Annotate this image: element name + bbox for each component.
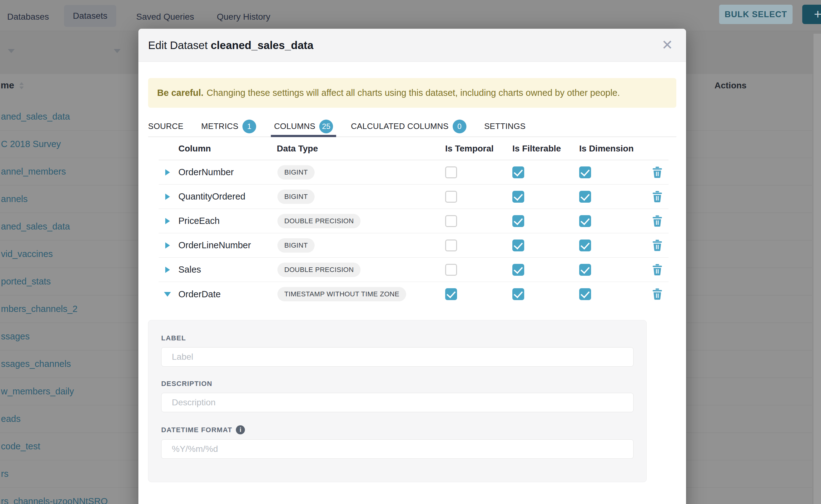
plus-icon: + xyxy=(814,7,821,22)
column-name: PriceEach xyxy=(175,216,274,226)
warning-text: Changing these settings will affect all … xyxy=(206,88,620,98)
add-dataset-button[interactable]: + xyxy=(802,5,821,24)
delete-icon[interactable] xyxy=(652,288,663,300)
table-row: OrderDate TIMESTAMP WITHOUT TIME ZONE xyxy=(159,282,669,306)
tab-metrics[interactable]: METRICS1 xyxy=(201,116,256,136)
tab-calculated-columns[interactable]: CALCULATED COLUMNS0 xyxy=(351,116,467,136)
dataset-link[interactable]: vid_vaccines xyxy=(0,249,53,259)
column-header: Column xyxy=(175,144,274,154)
is-dimension-checkbox[interactable] xyxy=(579,288,591,300)
expand-caret-icon[interactable] xyxy=(165,242,170,249)
name-column-header[interactable]: me xyxy=(1,80,14,91)
tab-settings[interactable]: SETTINGS xyxy=(484,116,526,136)
is-filterable-checkbox[interactable] xyxy=(512,264,524,276)
data-type-pill: BIGINT xyxy=(277,165,314,180)
tab-columns[interactable]: COLUMNS25 xyxy=(274,116,333,136)
columns-table: Column Data Type Is Temporal Is Filterab… xyxy=(159,137,669,306)
edit-dataset-modal: Edit Dataset cleaned_sales_data ✕ Be car… xyxy=(138,29,686,504)
is-dimension-checkbox[interactable] xyxy=(579,240,591,251)
data-type-pill: BIGINT xyxy=(277,238,314,253)
is-filterable-checkbox[interactable] xyxy=(512,166,524,178)
sort-icon[interactable] xyxy=(19,82,24,89)
modal-tabs: SOURCE METRICS1 COLUMNS25 CALCULATED COL… xyxy=(148,116,676,137)
dataset-link[interactable]: ssages_channels xyxy=(0,359,71,369)
is-temporal-checkbox[interactable] xyxy=(445,191,457,203)
nav-tab-saved-queries[interactable]: Saved Queries xyxy=(136,12,194,22)
data-type-pill: BIGINT xyxy=(277,190,314,204)
dataset-link[interactable]: C 2018 Survey xyxy=(0,139,61,149)
is-dimension-checkbox[interactable] xyxy=(579,215,591,227)
dataset-link[interactable]: annels xyxy=(0,194,27,204)
warning-banner: Be careful. Changing these settings will… xyxy=(148,78,676,108)
tab-source[interactable]: SOURCE xyxy=(148,116,183,136)
data-type-pill: DOUBLE PRECISION xyxy=(277,263,360,277)
is-dimension-checkbox[interactable] xyxy=(579,191,591,203)
column-name: QuantityOrdered xyxy=(175,191,274,202)
modal-title: Edit Dataset cleaned_sales_data xyxy=(148,39,313,52)
dataset-link[interactable]: code_test xyxy=(0,441,40,452)
datetime-format-field-group: DATETIME FORMAT i xyxy=(161,425,634,459)
dataset-link[interactable]: ssages xyxy=(0,331,30,342)
is-dimension-checkbox[interactable] xyxy=(579,264,591,276)
collapse-caret-icon[interactable] xyxy=(164,292,171,297)
is-dimension-checkbox[interactable] xyxy=(579,166,591,178)
modal-header: Edit Dataset cleaned_sales_data xyxy=(138,29,686,62)
is-filterable-checkbox[interactable] xyxy=(512,215,524,227)
is-temporal-checkbox[interactable] xyxy=(445,288,457,300)
dataset-link[interactable]: rs xyxy=(0,469,8,479)
is-dimension-header: Is Dimension xyxy=(579,144,646,154)
dataset-link[interactable]: rs_channels-uzooNNtSRO xyxy=(0,496,108,504)
is-filterable-header: Is Filterable xyxy=(512,144,579,154)
expand-caret-icon[interactable] xyxy=(165,194,170,200)
dataset-link[interactable]: annel_members xyxy=(0,166,66,177)
datetime-format-input[interactable] xyxy=(161,439,634,459)
dataset-link[interactable]: w_members_daily xyxy=(0,386,74,397)
dataset-link[interactable]: ported_stats xyxy=(0,276,51,287)
is-temporal-checkbox[interactable] xyxy=(445,215,457,227)
nav-tab-query-history[interactable]: Query History xyxy=(217,12,270,22)
data-type-pill: DOUBLE PRECISION xyxy=(277,214,360,228)
expand-caret-icon[interactable] xyxy=(165,218,170,224)
expand-caret-icon[interactable] xyxy=(165,169,170,175)
is-temporal-checkbox[interactable] xyxy=(445,264,457,276)
modal-body: Be careful. Changing these settings will… xyxy=(138,78,686,482)
dataset-link[interactable]: eads xyxy=(0,414,21,424)
nav-tab-databases[interactable]: Databases xyxy=(7,12,49,22)
nav-tab-datasets[interactable]: Datasets xyxy=(64,5,116,27)
scrollbar[interactable] xyxy=(814,34,821,504)
column-name: OrderLineNumber xyxy=(175,240,274,250)
is-temporal-checkbox[interactable] xyxy=(445,166,457,178)
actions-column-header: Actions xyxy=(715,81,747,91)
chevron-down-icon[interactable] xyxy=(8,49,15,53)
delete-icon[interactable] xyxy=(652,215,663,227)
delete-icon[interactable] xyxy=(652,166,663,178)
delete-icon[interactable] xyxy=(652,264,663,276)
label-field-label: LABEL xyxy=(161,334,634,342)
info-icon[interactable]: i xyxy=(236,425,245,434)
column-detail-panel: LABEL DESCRIPTION DATETIME FORMAT i xyxy=(148,320,647,482)
is-filterable-checkbox[interactable] xyxy=(512,288,524,300)
columns-table-header: Column Data Type Is Temporal Is Filterab… xyxy=(159,137,669,160)
is-temporal-checkbox[interactable] xyxy=(445,240,457,251)
dataset-link[interactable]: mbers_channels_2 xyxy=(0,304,77,314)
columns-count-badge: 25 xyxy=(319,120,333,133)
delete-icon[interactable] xyxy=(652,240,663,251)
bulk-select-button[interactable]: BULK SELECT xyxy=(719,5,793,24)
dataset-link[interactable]: aned_sales_data xyxy=(0,221,70,232)
dataset-link[interactable]: aned_sales_data xyxy=(0,111,70,122)
table-row: PriceEach DOUBLE PRECISION xyxy=(159,209,669,233)
dataset-name: cleaned_sales_data xyxy=(210,39,313,51)
is-filterable-checkbox[interactable] xyxy=(512,240,524,251)
delete-icon[interactable] xyxy=(652,191,663,203)
table-row: QuantityOrdered BIGINT xyxy=(159,185,669,209)
is-temporal-header: Is Temporal xyxy=(445,144,512,154)
calculated-columns-count-badge: 0 xyxy=(453,120,467,133)
is-filterable-checkbox[interactable] xyxy=(512,191,524,203)
expand-caret-icon[interactable] xyxy=(165,267,170,273)
description-field-group: DESCRIPTION xyxy=(161,380,634,412)
close-icon[interactable]: ✕ xyxy=(658,36,677,54)
label-input[interactable] xyxy=(161,347,634,367)
chevron-down-icon[interactable] xyxy=(114,49,121,53)
description-input[interactable] xyxy=(161,393,634,412)
column-name: Sales xyxy=(175,264,274,275)
